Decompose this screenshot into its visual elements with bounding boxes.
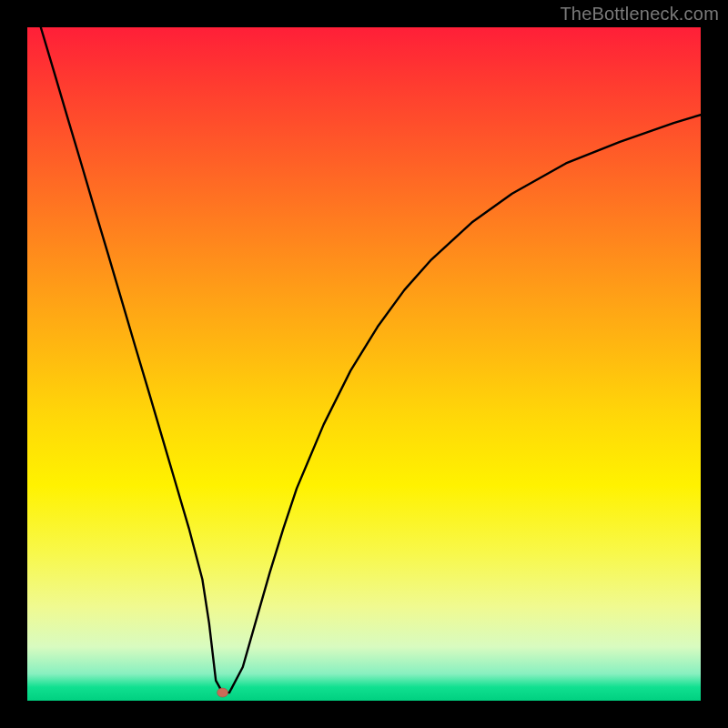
chart-frame: TheBottleneck.com [0,0,728,728]
bottleneck-curve [41,27,701,693]
watermark-text: TheBottleneck.com [560,4,719,25]
marker-dot [217,688,228,697]
chart-svg [27,27,701,701]
plot-area [27,27,701,701]
